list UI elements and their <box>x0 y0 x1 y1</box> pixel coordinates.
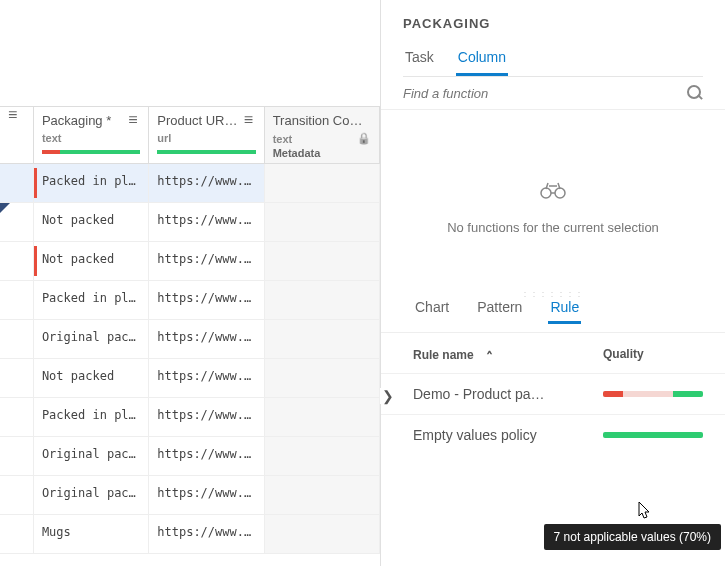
lock-icon <box>357 132 371 145</box>
bottom-tabs: : : : : : : : Chart Pattern Rule <box>381 295 725 333</box>
rule-label: Demo - Product pa… <box>413 386 603 402</box>
empty-state: No functions for the current selection <box>381 110 725 295</box>
drag-handle-icon[interactable]: : : : : : : : <box>524 289 583 299</box>
row-gutter[interactable] <box>0 515 34 553</box>
cell-text: Original packag… <box>42 486 149 500</box>
quality-bar <box>42 150 140 154</box>
tab-column[interactable]: Column <box>456 45 508 76</box>
cell-url[interactable]: https://www.goo… <box>149 515 264 553</box>
cell-transition <box>265 281 380 319</box>
table-row[interactable]: Not packedhttps://www.goo… <box>0 242 380 281</box>
search-icon[interactable] <box>687 85 703 101</box>
cell-text: Mugs <box>42 525 71 539</box>
tab-task[interactable]: Task <box>403 45 436 76</box>
cell-packaging[interactable]: Not packed <box>34 203 149 241</box>
cell-text: Packed in plast… <box>42 291 149 305</box>
panel-title: PACKAGING <box>403 16 703 31</box>
metadata-label: Metadata <box>273 147 371 159</box>
table-row[interactable]: Original packag…https://www.goo… <box>0 476 380 515</box>
cell-url[interactable]: https://www.goo… <box>149 164 264 202</box>
svg-point-1 <box>555 188 565 198</box>
table-row[interactable]: Packed in plast…https://www.goo… <box>0 281 380 320</box>
col-title: Product UR… <box>157 113 243 128</box>
cell-url[interactable]: https://www.goo… <box>149 437 264 475</box>
tab-chart[interactable]: Chart <box>413 295 451 324</box>
table-row[interactable]: Packed in plast…https://www.goo… <box>0 398 380 437</box>
svg-point-0 <box>541 188 551 198</box>
cell-url[interactable]: https://www.goo… <box>149 320 264 358</box>
grid-body[interactable]: Packed in plast…https://www.goo…Not pack… <box>0 164 380 554</box>
cell-packaging[interactable]: Mugs <box>34 515 149 553</box>
cell-url[interactable]: https://www.goo… <box>149 359 264 397</box>
menu-icon[interactable] <box>8 113 20 118</box>
search-row <box>381 77 725 110</box>
rule-table-header: Rule name Quality <box>381 333 725 373</box>
cell-packaging[interactable]: Not packed <box>34 242 149 280</box>
cell-transition <box>265 242 380 280</box>
cell-transition <box>265 398 380 436</box>
row-gutter[interactable] <box>0 437 34 475</box>
cell-text: Not packed <box>42 252 114 266</box>
row-gutter[interactable] <box>0 281 34 319</box>
col-header-url[interactable]: Product UR… url <box>149 107 264 163</box>
table-row[interactable]: Original packag…https://www.goo… <box>0 437 380 476</box>
cell-url[interactable]: https://www.goo… <box>149 476 264 514</box>
binoculars-icon <box>540 180 566 206</box>
col-header-rownum[interactable] <box>0 107 34 163</box>
tab-pattern[interactable]: Pattern <box>475 295 524 324</box>
row-gutter[interactable] <box>0 164 34 202</box>
cell-transition <box>265 320 380 358</box>
table-row[interactable]: Mugshttps://www.goo… <box>0 515 380 554</box>
col-type: text <box>42 132 62 144</box>
cell-transition <box>265 164 380 202</box>
cell-packaging[interactable]: Not packed <box>34 359 149 397</box>
cell-url[interactable]: https://www.goo… <box>149 242 264 280</box>
menu-icon[interactable] <box>128 118 140 123</box>
rules-body: Demo - Product pa…Empty values policy <box>381 373 725 455</box>
cell-text: Original packag… <box>42 330 149 344</box>
row-gutter[interactable] <box>0 476 34 514</box>
invalid-flag <box>34 168 37 198</box>
chevron-right-icon[interactable]: ❯ <box>380 388 396 404</box>
rule-quality-bar <box>603 432 703 438</box>
col-header-transition[interactable]: Transition Co… text Metadata <box>265 107 380 163</box>
row-gutter[interactable] <box>0 242 34 280</box>
table-row[interactable]: Not packedhttps://www.goo… <box>0 203 380 242</box>
cell-url[interactable]: https://www.goo… <box>149 398 264 436</box>
rule-row[interactable]: Empty values policy <box>381 414 725 455</box>
rule-name-header[interactable]: Rule name <box>413 348 474 362</box>
quality-header[interactable]: Quality <box>603 347 703 363</box>
invalid-flag <box>34 246 37 276</box>
row-gutter[interactable] <box>0 203 34 241</box>
cell-text: Not packed <box>42 213 114 227</box>
cell-transition <box>265 437 380 475</box>
rule-row[interactable]: Demo - Product pa… <box>381 373 725 414</box>
col-type: url <box>157 132 171 144</box>
cell-url[interactable]: https://www.goo… <box>149 203 264 241</box>
cell-transition <box>265 359 380 397</box>
col-title: Transition Co… <box>273 113 371 128</box>
row-gutter[interactable] <box>0 320 34 358</box>
cell-packaging[interactable]: Original packag… <box>34 437 149 475</box>
search-input[interactable] <box>403 86 687 101</box>
tab-rule[interactable]: Rule <box>548 295 581 324</box>
table-row[interactable]: Original packag…https://www.goo… <box>0 320 380 359</box>
cell-text: Packed in plast… <box>42 174 149 188</box>
cell-packaging[interactable]: Original packag… <box>34 476 149 514</box>
cell-transition <box>265 515 380 553</box>
cell-packaging[interactable]: Packed in plast… <box>34 281 149 319</box>
menu-icon[interactable] <box>244 118 256 123</box>
cell-transition <box>265 203 380 241</box>
cell-url[interactable]: https://www.goo… <box>149 281 264 319</box>
table-row[interactable]: Not packedhttps://www.goo… <box>0 359 380 398</box>
grid-header-row: Packaging * text Product UR… url <box>0 106 380 164</box>
row-gutter[interactable] <box>0 359 34 397</box>
cell-packaging[interactable]: Original packag… <box>34 320 149 358</box>
table-row[interactable]: Packed in plast…https://www.goo… <box>0 164 380 203</box>
caret-up-icon[interactable] <box>486 347 493 363</box>
row-gutter[interactable] <box>0 398 34 436</box>
col-header-packaging[interactable]: Packaging * text <box>34 107 149 163</box>
cell-packaging[interactable]: Packed in plast… <box>34 164 149 202</box>
cell-packaging[interactable]: Packed in plast… <box>34 398 149 436</box>
rule-quality-bar <box>603 391 703 397</box>
